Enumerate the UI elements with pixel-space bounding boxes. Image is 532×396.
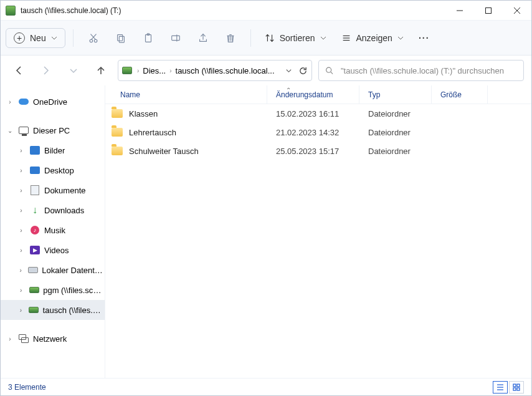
table-row[interactable]: Klassen15.02.2023 16:11Dateiordner bbox=[105, 104, 531, 123]
delete-button[interactable] bbox=[218, 27, 243, 49]
svg-rect-22 bbox=[513, 384, 516, 387]
maximize-button[interactable] bbox=[474, 1, 503, 21]
breadcrumb-current[interactable]: tausch (\\files.schule.local... bbox=[174, 65, 276, 77]
chevron-right-icon: › bbox=[137, 67, 139, 74]
svg-point-5 bbox=[94, 39, 97, 42]
chevron-right-icon: › bbox=[169, 67, 171, 74]
sort-icon bbox=[265, 33, 275, 43]
plus-icon: + bbox=[14, 32, 25, 44]
more-button[interactable]: ··· bbox=[412, 29, 436, 47]
tree-videos[interactable]: ›▶Videos bbox=[1, 240, 105, 260]
chevron-down-icon bbox=[320, 35, 326, 41]
back-button[interactable] bbox=[8, 60, 29, 81]
close-button[interactable] bbox=[503, 1, 531, 21]
share-button[interactable] bbox=[191, 27, 216, 49]
folder-icon bbox=[112, 147, 123, 155]
nav-tree: ›OneDrive ⌄Dieser PC ›Bilder ›Desktop ›D… bbox=[1, 85, 105, 378]
breadcrumb-root[interactable]: Dies... bbox=[141, 65, 167, 77]
col-name[interactable]: Name bbox=[105, 85, 267, 104]
sort-indicator-icon: ⌃ bbox=[286, 87, 291, 94]
svg-point-17 bbox=[326, 67, 331, 72]
forward-button[interactable] bbox=[36, 60, 57, 81]
main: ›OneDrive ⌄Dieser PC ›Bilder ›Desktop ›D… bbox=[1, 85, 531, 378]
table-row[interactable]: Lehrertausch21.02.2023 14:32Dateiordner bbox=[105, 123, 531, 142]
svg-rect-8 bbox=[117, 34, 122, 41]
up-button[interactable] bbox=[90, 60, 112, 81]
svg-line-6 bbox=[91, 34, 96, 39]
nav-row: › Dies... › tausch (\\files.schule.local… bbox=[1, 56, 531, 85]
separator bbox=[250, 29, 251, 47]
folder-icon bbox=[112, 128, 123, 137]
svg-rect-24 bbox=[513, 388, 516, 390]
paste-button[interactable] bbox=[136, 27, 161, 49]
drive-icon bbox=[122, 67, 132, 74]
svg-line-7 bbox=[90, 34, 95, 39]
sort-label: Sortieren bbox=[280, 33, 315, 43]
sort-button[interactable]: Sortieren bbox=[259, 29, 333, 47]
svg-rect-1 bbox=[486, 7, 492, 13]
file-name: Klassen bbox=[129, 109, 158, 118]
chevron-down-icon[interactable] bbox=[285, 67, 292, 74]
svg-rect-12 bbox=[171, 36, 179, 40]
svg-rect-25 bbox=[517, 388, 520, 390]
file-type: Dateiordner bbox=[359, 109, 432, 118]
search-input[interactable] bbox=[340, 65, 517, 76]
chevron-down-icon bbox=[397, 35, 404, 41]
refresh-icon[interactable] bbox=[298, 66, 308, 75]
tree-pgm[interactable]: ›pgm (\\files.schule bbox=[1, 280, 105, 300]
titlebar: tausch (\\files.schule.local) (T:) bbox=[1, 1, 531, 21]
svg-line-18 bbox=[331, 72, 333, 74]
toolbar: + Neu Sortieren Anzeigen ··· bbox=[1, 21, 531, 56]
new-label: Neu bbox=[30, 33, 46, 43]
tree-desktop[interactable]: ›Desktop bbox=[1, 160, 105, 180]
new-button[interactable]: + Neu bbox=[6, 28, 65, 48]
minimize-button[interactable] bbox=[445, 1, 474, 21]
table-row[interactable]: Schulweiter Tausch25.05.2023 15:17Dateio… bbox=[105, 142, 531, 160]
column-headers: Name Änderungsdatum Typ Größe ⌃ bbox=[105, 85, 531, 104]
file-date: 21.02.2023 14:32 bbox=[267, 128, 359, 137]
view-label: Anzeigen bbox=[356, 33, 392, 43]
tree-tausch[interactable]: ›tausch (\\files.schu bbox=[1, 300, 105, 320]
search-icon bbox=[325, 66, 333, 75]
file-type: Dateiordner bbox=[359, 147, 432, 156]
tree-music[interactable]: ›♪Musik bbox=[1, 220, 105, 240]
folder-icon bbox=[112, 109, 123, 118]
tree-thispc[interactable]: ⌄Dieser PC bbox=[1, 120, 105, 140]
rename-button[interactable] bbox=[163, 27, 188, 49]
file-date: 15.02.2023 16:11 bbox=[267, 109, 359, 118]
separator bbox=[73, 29, 74, 47]
file-rows: Klassen15.02.2023 16:11DateiordnerLehrer… bbox=[105, 104, 531, 378]
copy-button[interactable] bbox=[108, 27, 133, 49]
tree-downloads[interactable]: ›↓Downloads bbox=[1, 200, 105, 220]
svg-point-4 bbox=[90, 39, 93, 42]
file-name: Lehrertausch bbox=[129, 128, 176, 137]
address-bar[interactable]: › Dies... › tausch (\\files.schule.local… bbox=[118, 60, 312, 81]
tree-onedrive[interactable]: ›OneDrive bbox=[1, 92, 105, 112]
tree-pictures[interactable]: ›Bilder bbox=[1, 140, 105, 160]
details-view-toggle[interactable] bbox=[493, 381, 508, 394]
tree-network[interactable]: ›Netzwerk bbox=[1, 329, 105, 349]
chevron-down-icon bbox=[51, 35, 57, 41]
file-date: 25.05.2023 15:17 bbox=[267, 147, 359, 156]
col-date[interactable]: Änderungsdatum bbox=[267, 85, 359, 104]
file-name: Schulweiter Tausch bbox=[129, 147, 199, 156]
file-type: Dateiordner bbox=[359, 128, 432, 137]
cut-button[interactable] bbox=[81, 27, 106, 49]
tree-localdisk[interactable]: ›Lokaler Datenträger bbox=[1, 260, 105, 280]
status-bar: 3 Elemente bbox=[1, 378, 531, 395]
icons-view-toggle[interactable] bbox=[509, 381, 524, 394]
tree-documents[interactable]: ›Dokumente bbox=[1, 180, 105, 200]
view-button[interactable]: Anzeigen bbox=[335, 29, 410, 47]
file-content: Name Änderungsdatum Typ Größe ⌃ Klassen1… bbox=[105, 85, 531, 378]
app-icon bbox=[6, 6, 16, 16]
col-size[interactable]: Größe bbox=[432, 85, 488, 104]
svg-rect-9 bbox=[119, 36, 124, 42]
item-count: 3 Elemente bbox=[8, 383, 46, 392]
window-title: tausch (\\files.schule.local) (T:) bbox=[21, 6, 121, 15]
view-icon bbox=[341, 33, 351, 43]
col-type[interactable]: Typ bbox=[359, 85, 432, 104]
search-box[interactable] bbox=[318, 60, 524, 81]
svg-rect-23 bbox=[517, 384, 520, 387]
svg-rect-10 bbox=[145, 34, 151, 42]
recent-dropdown[interactable] bbox=[63, 60, 84, 81]
